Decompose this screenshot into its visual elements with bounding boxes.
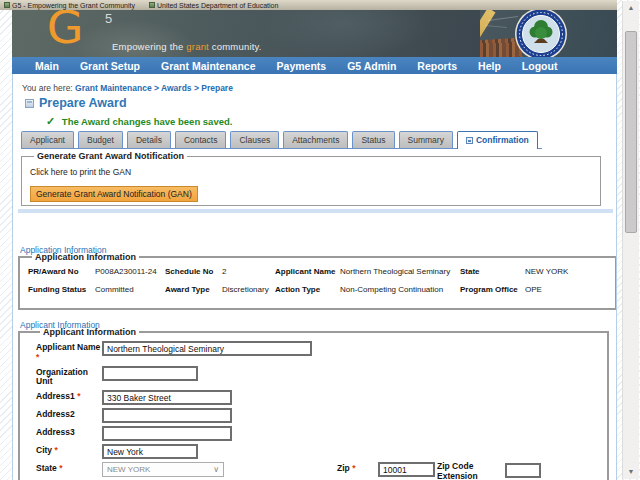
field-value: P008A230011-24 xyxy=(95,267,165,276)
chalkboard-mark xyxy=(485,25,507,28)
label-text: Applicant Name xyxy=(36,342,100,352)
ed-favicon-icon xyxy=(149,2,155,8)
field-value: Committed xyxy=(95,285,165,294)
form-row-applicant-name: Applicant Name * xyxy=(36,341,607,363)
g5-logo-letter: G xyxy=(47,10,84,50)
field-label: PR/Award No xyxy=(28,267,95,276)
address3-input[interactable] xyxy=(102,426,232,441)
required-marker: * xyxy=(36,352,39,362)
nav-item-help[interactable]: Help xyxy=(478,60,501,72)
g5-application-window: G5 - Empowering the Grant Community Unit… xyxy=(0,0,640,480)
address1-label: Address1 * xyxy=(36,390,102,402)
organization-unit-input[interactable] xyxy=(102,366,198,381)
tab-contacts[interactable]: Contacts xyxy=(175,131,227,148)
scrollbar-thumb[interactable] xyxy=(625,31,637,233)
g5-logo-sup: 5 xyxy=(105,11,112,26)
titlebar-text-ed: United States Department of Education xyxy=(157,2,278,9)
field-label: Action Type xyxy=(275,285,340,294)
nav-item-grant-setup[interactable]: Grant Setup xyxy=(80,60,140,72)
banner-right-panel xyxy=(480,10,617,57)
form-row-address2: Address2 xyxy=(36,408,607,423)
application-information-grid: PR/Award No P008A230011-24 Schedule No 2… xyxy=(28,264,615,294)
titlebar-item-ed: United States Department of Education xyxy=(149,2,278,9)
state-select[interactable]: NEW YORK ∨ xyxy=(102,462,224,477)
form-row-address1: Address1 * xyxy=(36,390,607,405)
applicant-information-legend: Applicant Information xyxy=(40,327,139,337)
tab-budget[interactable]: Budget xyxy=(78,131,123,148)
field-value: NEW YORK xyxy=(525,267,615,276)
applicant-name-input[interactable] xyxy=(102,341,312,356)
field-label: Schedule No xyxy=(165,267,222,276)
address3-label: Address3 xyxy=(36,426,102,438)
form-row-address3: Address3 xyxy=(36,426,607,441)
city-label: City * xyxy=(36,444,102,456)
tab-details[interactable]: Details xyxy=(127,131,171,148)
scroll-up-arrow-icon[interactable]: ▲ xyxy=(623,1,639,15)
tab-applicant[interactable]: Applicant xyxy=(21,131,74,148)
zip-code-extension-label: Zip Code Extension xyxy=(437,462,489,480)
nav-item-logout[interactable]: Logout xyxy=(522,60,558,72)
banner-tagline: Empowering the grant community. xyxy=(112,41,262,52)
address2-label: Address2 xyxy=(36,408,102,420)
vertical-scrollbar[interactable]: ▲ ▼ xyxy=(622,1,639,479)
success-text: The Award changes have been saved. xyxy=(62,116,233,127)
department-of-education-seal-icon xyxy=(514,10,568,57)
confirmation-tab-icon xyxy=(466,137,473,144)
main-navbar: Main Grant Setup Grant Maintenance Payme… xyxy=(12,57,617,74)
nav-item-main[interactable]: Main xyxy=(35,60,59,72)
checkmark-icon: ✓ xyxy=(46,115,55,127)
required-marker: * xyxy=(352,463,355,473)
field-label: Program Office xyxy=(460,285,525,294)
applicant-name-label: Applicant Name * xyxy=(36,341,102,363)
page-content: You are here: Grant Maintenance > Awards… xyxy=(12,74,617,480)
zip-input[interactable] xyxy=(378,462,435,477)
gan-instruction: Click here to print the GAN xyxy=(30,167,592,177)
tagline-pre: Empowering the xyxy=(112,41,186,52)
zip-label: Zip * xyxy=(337,464,355,474)
form-row-city: City * xyxy=(36,444,607,459)
city-input[interactable] xyxy=(102,444,198,459)
g5-banner: G 5 Empowering the grant community. xyxy=(12,10,617,57)
section-separator xyxy=(18,209,613,213)
nav-item-payments[interactable]: Payments xyxy=(277,60,327,72)
nav-item-reports[interactable]: Reports xyxy=(417,60,457,72)
required-marker: * xyxy=(54,445,57,455)
window-titlebar: G5 - Empowering the Grant Community Unit… xyxy=(0,0,617,10)
label-text: Zip xyxy=(337,463,350,473)
breadcrumb-prefix: You are here: xyxy=(22,83,73,93)
field-label: Applicant Name xyxy=(275,267,340,276)
chevron-down-icon: ∨ xyxy=(213,465,219,474)
label-text: State xyxy=(36,463,57,473)
field-value: OPE xyxy=(525,285,615,294)
application-information-fieldset: Application Information PR/Award No P008… xyxy=(18,252,617,310)
g5-favicon-icon xyxy=(4,2,10,8)
nav-item-g5-admin[interactable]: G5 Admin xyxy=(347,60,396,72)
application-information-legend: Application Information xyxy=(32,252,139,262)
zip-code-extension-input[interactable] xyxy=(505,463,541,478)
gan-fieldset: Generate Grant Award Notification Click … xyxy=(21,151,601,206)
tab-attachments[interactable]: Attachments xyxy=(283,131,348,148)
tagline-post: community. xyxy=(209,41,262,52)
generate-gan-button[interactable]: Generate Grant Award Notification (GAN) xyxy=(30,186,198,202)
tab-summary[interactable]: Summary xyxy=(399,131,453,148)
scroll-down-arrow-icon[interactable]: ▼ xyxy=(623,465,639,479)
nav-item-grant-maintenance[interactable]: Grant Maintenance xyxy=(161,60,256,72)
success-message: ✓ The Award changes have been saved. xyxy=(46,115,232,128)
page-title-text: Prepare Award xyxy=(39,96,127,110)
state-select-value: NEW YORK xyxy=(107,465,150,474)
address1-input[interactable] xyxy=(102,390,232,405)
field-value: Discretionary xyxy=(222,285,275,294)
breadcrumb-path[interactable]: Grant Maintenance > Awards > Prepare xyxy=(75,83,233,93)
page-title-icon xyxy=(25,99,34,108)
tab-confirmation[interactable]: Confirmation xyxy=(457,131,538,149)
titlebar-item-g5: G5 - Empowering the Grant Community xyxy=(4,2,135,9)
field-label: State xyxy=(460,267,525,276)
address2-input[interactable] xyxy=(102,408,232,423)
tab-clauses[interactable]: Clauses xyxy=(230,131,279,148)
required-marker: * xyxy=(59,463,62,473)
field-value: 2 xyxy=(222,267,275,276)
label-text: City xyxy=(36,445,52,455)
tab-status[interactable]: Status xyxy=(352,131,394,148)
award-tabbar: Applicant Budget Details Contacts Clause… xyxy=(21,131,542,149)
label-text: Address1 xyxy=(36,391,75,401)
